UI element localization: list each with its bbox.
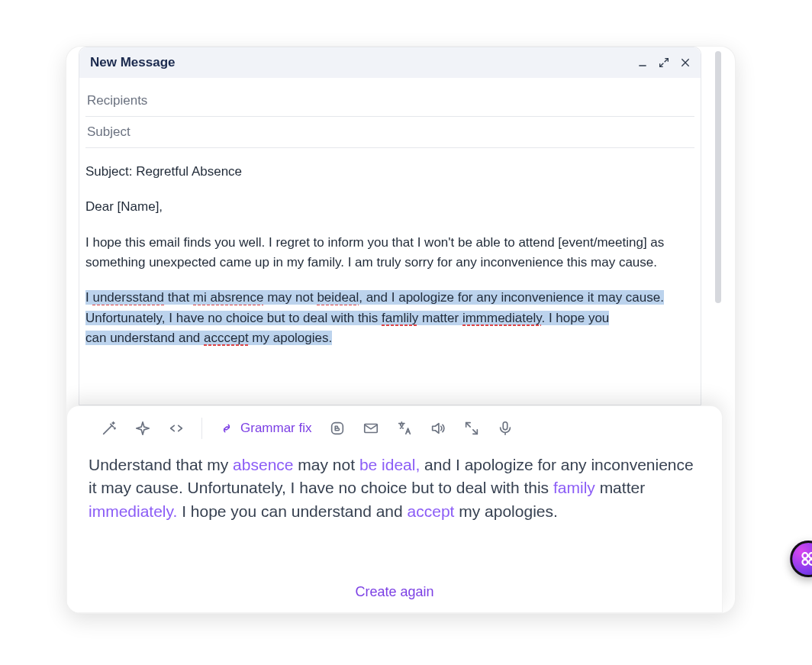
misspelled-word: beideal (317, 290, 359, 305)
svg-line-8 (466, 423, 470, 428)
corrected-word: be ideal, (359, 456, 420, 473)
ai-corrected-text: Understand that my absence may not be id… (67, 450, 722, 523)
swap-arrows-icon[interactable] (168, 420, 185, 437)
blogger-icon[interactable] (329, 420, 346, 437)
assistant-floating-button[interactable] (790, 541, 812, 577)
body-paragraph-1: I hope this email finds you well. I regr… (85, 233, 694, 273)
svg-marker-7 (432, 424, 438, 434)
magic-wand-icon[interactable] (101, 420, 118, 437)
create-again-button[interactable]: Create again (67, 573, 722, 612)
grammar-fix-label: Grammar fix (240, 421, 312, 436)
vertical-scrollbar[interactable] (715, 51, 721, 303)
mail-icon[interactable] (362, 420, 379, 437)
svg-line-9 (472, 430, 477, 434)
corrected-word: immediately. (89, 502, 177, 520)
sparkle-icon[interactable] (134, 420, 151, 437)
ai-toolbar: Grammar fix (67, 406, 722, 450)
svg-line-2 (665, 59, 669, 63)
app-stage: New Message Recipients Subject Subject: … (66, 46, 736, 614)
microphone-icon[interactable] (497, 420, 514, 437)
subject-field[interactable]: Subject (85, 117, 694, 148)
svg-point-14 (802, 560, 807, 565)
svg-point-12 (802, 553, 807, 558)
translate-icon[interactable] (396, 420, 413, 437)
misspelled-word: famlily (382, 311, 418, 326)
ai-suggestion-panel: Grammar fix Understand that my absence (66, 405, 723, 613)
misspelled-word: undersstand (92, 290, 164, 305)
collapse-icon[interactable] (463, 420, 480, 437)
svg-point-13 (809, 553, 812, 558)
grammar-fix-button[interactable]: Grammar fix (219, 421, 312, 436)
speaker-icon[interactable] (430, 420, 446, 437)
window-controls (636, 56, 691, 69)
svg-point-15 (809, 560, 812, 565)
misspelled-word: immmediately (462, 311, 542, 326)
close-icon[interactable] (679, 56, 691, 69)
compose-fields: Recipients Subject (79, 78, 701, 148)
minimize-icon[interactable] (636, 56, 649, 69)
recipients-field[interactable]: Recipients (85, 86, 694, 117)
compose-title: New Message (90, 55, 176, 70)
highlighted-text-line2: can understand and acccept my apologies. (85, 331, 332, 345)
highlighted-text-line1: I undersstand that mi absrence may not b… (85, 290, 664, 324)
misspelled-word: mi absrence (193, 290, 264, 305)
svg-rect-10 (503, 422, 508, 430)
toolbar-separator (201, 418, 202, 439)
expand-icon[interactable] (658, 56, 670, 69)
body-paragraph-2: I undersstand that mi absrence may not b… (85, 288, 694, 348)
corrected-word: absence (233, 456, 293, 473)
misspelled-word: acccept (204, 331, 249, 346)
body-subject-line: Subject: Regretful Absence (85, 162, 694, 182)
corrected-word: accept (408, 502, 455, 520)
svg-line-1 (660, 63, 664, 67)
corrected-word: family (553, 479, 595, 496)
body-greeting: Dear [Name], (85, 197, 694, 217)
compose-body[interactable]: Subject: Regretful Absence Dear [Name], … (79, 148, 701, 348)
compose-header: New Message (79, 47, 701, 78)
compose-window: New Message Recipients Subject Subject: … (79, 47, 701, 405)
